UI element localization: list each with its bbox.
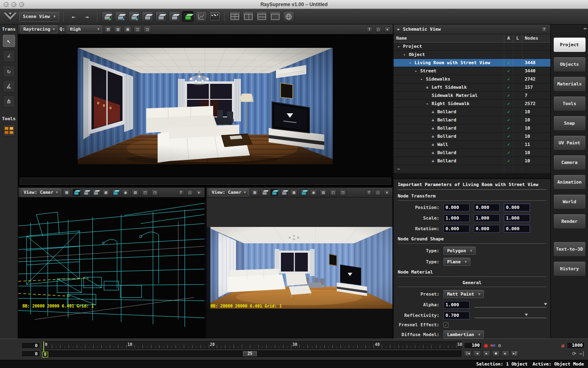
reflectivity-field[interactable]	[443, 312, 470, 319]
tree-active-check-icon[interactable]: ✓	[504, 83, 513, 91]
tree-expander-icon[interactable]: +	[432, 150, 436, 155]
save-render-icon[interactable]: ◲	[143, 26, 151, 33]
tree-lock-cell[interactable]	[513, 100, 522, 108]
checker-mode-icon[interactable]: ▩	[102, 189, 110, 196]
tree-row[interactable]: + Bollard ✓ 10	[394, 149, 550, 157]
project-button[interactable]: Project	[553, 37, 586, 52]
shaded-mode-icon[interactable]	[82, 189, 90, 196]
tree-row[interactable]: - Project	[394, 43, 550, 51]
skip-start-button[interactable]: |◀	[464, 350, 472, 357]
tree-expander-icon[interactable]: -	[403, 52, 408, 57]
tree-active-check-icon[interactable]: ✓	[504, 132, 513, 140]
camera-button[interactable]: Camera	[553, 155, 586, 170]
play-button[interactable]: ▶	[483, 350, 490, 357]
loop-icon[interactable]: ⟳	[572, 351, 576, 356]
zoom-window-button[interactable]	[19, 2, 24, 7]
back-button[interactable]: ←	[68, 11, 79, 22]
render-layers-icon[interactable]: ▥	[114, 26, 122, 33]
smooth-shade-icon[interactable]	[112, 189, 120, 196]
tree-row[interactable]: - Object	[394, 51, 550, 59]
shaded-mode-icon[interactable]	[270, 189, 278, 196]
tools-button[interactable]: Tools	[553, 96, 586, 111]
layout-single-icon[interactable]	[270, 11, 281, 22]
wireframe-viewport[interactable]: BB: 20000 20000 6.401 Grid: 1	[18, 197, 205, 338]
tree-lock-cell[interactable]	[513, 83, 522, 91]
uv-paint-button[interactable]: UV Paint	[553, 135, 586, 150]
tree-lock-cell[interactable]	[513, 67, 522, 75]
tree-lock-cell[interactable]	[513, 141, 522, 148]
tree-row[interactable]: - Right Sidewalk ✓ 2572	[394, 100, 550, 108]
tree-expander-icon[interactable]: −	[397, 166, 402, 172]
slider-thumb-icon[interactable]	[525, 314, 528, 318]
tree-active-check-icon[interactable]	[504, 43, 513, 50]
tree-lock-cell[interactable]	[513, 157, 522, 165]
expand-panel-icon[interactable]: »	[397, 27, 400, 32]
tree-expander-icon[interactable]: +	[426, 85, 430, 90]
tree-row[interactable]: - Living Room with Street View ✓ 3448	[394, 59, 550, 67]
render-region-icon[interactable]: ▣	[124, 26, 131, 33]
hidden-line-icon[interactable]: ▨	[131, 189, 139, 196]
tree-row[interactable]: + Bollard ✓ 10	[394, 132, 550, 141]
help-button[interactable]: ?	[366, 27, 372, 32]
transform-z-field[interactable]	[504, 225, 530, 233]
snap-rotate-icon[interactable]	[115, 11, 126, 22]
tree-active-check-icon[interactable]: ✓	[504, 157, 513, 165]
end-frame-field[interactable]	[567, 342, 585, 349]
transform-x-field[interactable]	[443, 225, 470, 233]
wire-box-icon[interactable]	[169, 11, 180, 22]
frame-ruler[interactable]: 0 10 20 30 40 50	[42, 341, 461, 349]
render-mode-dropdown[interactable]: Raytracing ▼	[20, 25, 58, 33]
shaded-viewport[interactable]: BB: 20000 20000 6.401 Grid: 1	[207, 197, 393, 338]
tree-active-check-icon[interactable]: ✓	[504, 149, 513, 157]
transform-z-field[interactable]	[504, 214, 530, 222]
smooth-shade-icon[interactable]	[300, 189, 307, 196]
tree-lock-cell[interactable]	[513, 51, 522, 58]
detach-panel-button[interactable]: □	[187, 190, 193, 195]
preset-dropdown[interactable]: Matt Paint ▼	[443, 290, 484, 298]
help-button[interactable]: ?	[178, 190, 184, 195]
timeline-ruler-area[interactable]: 0 10 20 30 40 50 25 0	[42, 341, 461, 358]
animation-editor-icon[interactable]	[209, 11, 220, 22]
text-to-3d-button[interactable]: Text-to-3D	[553, 242, 586, 257]
tree-active-check-icon[interactable]: ✓	[504, 100, 513, 108]
tree-active-check-icon[interactable]: ✓	[504, 116, 513, 124]
render-button[interactable]: Render	[553, 214, 586, 229]
tree-row[interactable]: Sidewalk Material ✓ 7	[394, 92, 550, 100]
tree-row[interactable]: −	[394, 165, 550, 173]
tree-lock-cell[interactable]	[513, 165, 522, 173]
tree-lock-cell[interactable]	[513, 59, 522, 67]
render-channels-icon[interactable]: ▤	[104, 26, 112, 33]
wireframe-mode-icon[interactable]	[261, 189, 268, 196]
tree-row[interactable]: + Bollard ✓ 10	[394, 108, 550, 116]
primitive-cube-icon[interactable]	[142, 11, 153, 22]
materials-button[interactable]: Materials	[553, 76, 586, 92]
key-value-bottom[interactable]: 0	[21, 350, 40, 357]
step-back-button[interactable]: ◀	[473, 350, 481, 357]
quality-dropdown[interactable]: High ▼	[67, 25, 102, 33]
tree-lock-cell[interactable]	[513, 124, 522, 132]
select-tool-button[interactable]: ↖	[3, 35, 15, 47]
gear-icon[interactable]: ⚙	[498, 343, 501, 348]
fps-field[interactable]	[464, 342, 482, 349]
help-button[interactable]: ?	[541, 27, 547, 32]
column-locked[interactable]: L	[513, 34, 522, 42]
tree-row[interactable]: + Bollard ✓ 10	[394, 157, 550, 165]
tree-lock-cell[interactable]	[513, 75, 522, 83]
measure-tool-button[interactable]: ∡	[3, 80, 15, 92]
tree-active-check-icon[interactable]: ✓	[504, 92, 513, 99]
close-window-button[interactable]	[4, 2, 9, 7]
help-button[interactable]: ?	[366, 190, 372, 195]
tree-expander-icon[interactable]: -	[426, 101, 430, 106]
layout-quad-icon[interactable]	[229, 11, 241, 22]
ik-tool-button[interactable]: ⋔	[3, 95, 15, 108]
tree-lock-cell[interactable]	[513, 92, 522, 99]
tree-lock-cell[interactable]	[513, 116, 522, 124]
tree-expander-icon[interactable]: +	[432, 158, 436, 164]
bounding-box-icon[interactable]	[155, 11, 167, 22]
step-forward-button[interactable]: ▶	[501, 350, 509, 357]
compare-render-icon[interactable]: ◫	[134, 26, 141, 33]
tree-active-check-icon[interactable]: ✓	[504, 67, 513, 75]
graph-editor-icon[interactable]	[196, 11, 207, 22]
paint-tools-button[interactable]	[3, 124, 15, 137]
stop-button[interactable]: ■	[492, 350, 500, 357]
